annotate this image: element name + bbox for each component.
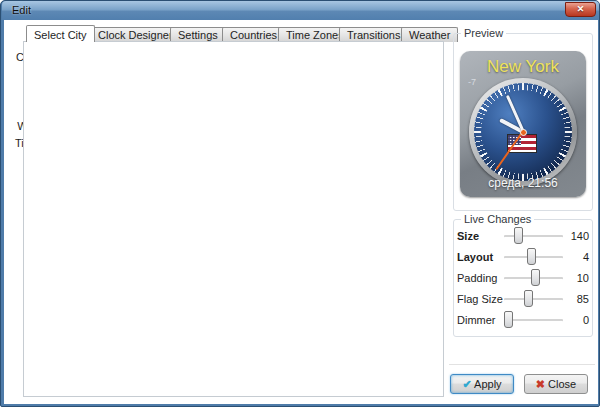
tab-settings[interactable]: Settings xyxy=(170,27,226,42)
layout-slider-label: Layout xyxy=(457,251,504,263)
size-slider[interactable] xyxy=(504,227,563,244)
dimmer-slider-label: Dimmer xyxy=(457,314,504,326)
slider-row-layout: Layout 4 xyxy=(457,246,589,267)
size-slider-value: 140 xyxy=(563,230,589,242)
apply-button[interactable]: ✔ Apply xyxy=(450,374,514,394)
live-changes-sliders: Size 140 Layout 4 Padding 10 Flag Size 8… xyxy=(457,225,589,330)
window-close-button[interactable]: ✕ xyxy=(565,2,596,17)
widget-utc-offset: -7 xyxy=(468,77,476,87)
widget-city-name: New York xyxy=(460,57,586,77)
clock-face xyxy=(474,83,572,181)
tab-select-city[interactable]: Select City xyxy=(26,25,95,42)
live-changes-title: Live Changes xyxy=(461,213,534,225)
close-icon: ✕ xyxy=(577,4,585,14)
button-row-separator xyxy=(449,364,595,365)
slider-row-dimmer: Dimmer 0 xyxy=(457,309,589,330)
flag-size-slider-value: 85 xyxy=(563,293,589,305)
padding-slider-label: Padding xyxy=(457,272,504,284)
widget-datetime: среда, 21:56 xyxy=(460,176,586,190)
slider-row-flag-size: Flag Size 85 xyxy=(457,288,589,309)
padding-slider-value: 10 xyxy=(563,272,589,284)
layout-slider-value: 4 xyxy=(563,251,589,263)
cross-icon: ✖ xyxy=(536,378,545,390)
tab-countries[interactable]: Countries xyxy=(222,27,285,42)
select-city-tab-page xyxy=(23,41,444,397)
preview-group-title: Preview xyxy=(461,27,506,39)
edit-dialog: Edit ✕ Select City Clock Designer Settin… xyxy=(0,0,600,407)
tab-clock-designer[interactable]: Clock Designer xyxy=(90,27,181,42)
dimmer-slider-thumb[interactable] xyxy=(504,311,513,328)
flag-size-slider-label: Flag Size xyxy=(457,293,504,305)
clock-flag-us xyxy=(507,134,537,153)
slider-row-padding: Padding 10 xyxy=(457,267,589,288)
clock-bezel xyxy=(469,78,577,186)
clock-widget-preview: New York -7 среда, 21:56 xyxy=(460,51,586,197)
layout-slider[interactable] xyxy=(504,248,563,265)
padding-slider-thumb[interactable] xyxy=(531,269,540,286)
tab-transitions[interactable]: Transitions xyxy=(339,27,408,42)
size-slider-label: Size xyxy=(457,230,504,242)
dimmer-slider[interactable] xyxy=(504,311,563,328)
window-title: Edit xyxy=(12,4,31,16)
clock-center-cap xyxy=(520,129,527,136)
flag-size-slider-thumb[interactable] xyxy=(524,290,533,307)
layout-slider-thumb[interactable] xyxy=(527,248,536,265)
close-label: Close xyxy=(548,378,576,390)
dimmer-slider-value: 0 xyxy=(563,314,589,326)
apply-label: Apply xyxy=(474,378,502,390)
close-button[interactable]: ✖ Close xyxy=(524,374,588,394)
size-slider-thumb[interactable] xyxy=(514,227,523,244)
padding-slider[interactable] xyxy=(504,269,563,286)
check-icon: ✔ xyxy=(462,378,471,390)
flag-size-slider[interactable] xyxy=(504,290,563,307)
slider-row-size: Size 140 xyxy=(457,225,589,246)
title-bar[interactable]: Edit ✕ xyxy=(2,1,600,20)
tab-weather[interactable]: Weather xyxy=(401,27,458,42)
